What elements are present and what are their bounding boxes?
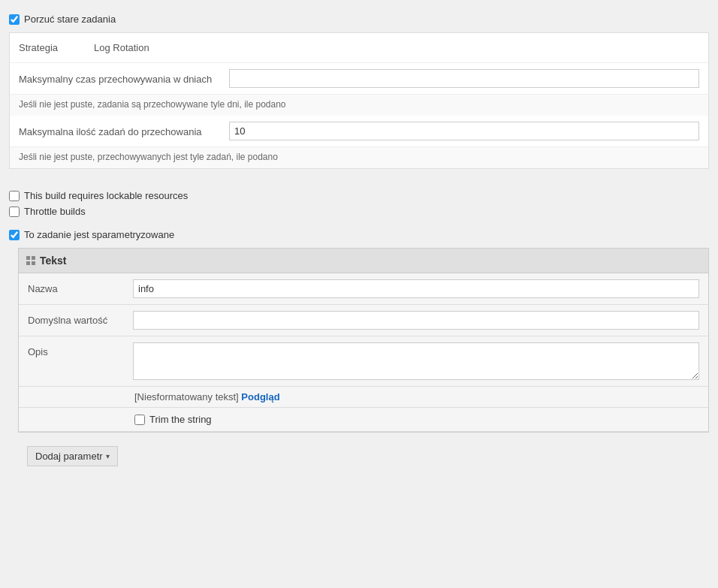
param-checkbox[interactable] <box>9 230 20 240</box>
strategy-value: Log Rotation <box>94 39 699 56</box>
lockable-resources-checkbox[interactable] <box>9 191 20 201</box>
chevron-down-icon: ▾ <box>106 452 110 460</box>
podglad-link[interactable]: Podgląd <box>241 391 279 403</box>
tekst-header: Tekst <box>19 249 708 273</box>
add-param-row: Dodaj parametr ▾ <box>18 439 709 474</box>
param-label: To zadanie jest sparametryzowane <box>24 229 174 240</box>
tekst-card: Tekst Nazwa Domyślna wartość Opis <box>18 248 709 433</box>
max-tasks-input[interactable] <box>229 122 699 140</box>
strategy-row: Strategia Log Rotation <box>10 33 708 63</box>
throttle-builds-row: Throttle builds <box>9 206 709 217</box>
preview-row: [Niesformatowany tekst] Podgląd <box>19 387 708 408</box>
discard-old-builds-row: Porzuć stare zadania <box>9 14 709 25</box>
trim-checkbox[interactable] <box>134 415 145 425</box>
tekst-drag-icon <box>26 256 35 265</box>
tekst-header-title: Tekst <box>40 255 67 267</box>
strategy-section: Strategia Log Rotation Maksymalny czas p… <box>9 32 709 169</box>
opis-row: Opis <box>19 336 708 387</box>
max-days-input[interactable] <box>229 69 699 88</box>
add-param-button-label: Dodaj parametr <box>35 451 103 462</box>
default-value-label: Domyślna wartość <box>28 311 133 326</box>
max-tasks-hint: Jeśli nie jest puste, przechowywanych je… <box>10 147 708 168</box>
strategy-content: Log Rotation <box>94 39 699 56</box>
default-value-row: Domyślna wartość <box>19 305 708 336</box>
max-tasks-row: Maksymalna ilość zadań do przechowania <box>10 116 708 147</box>
nazwa-input[interactable] <box>133 279 699 298</box>
default-value-input[interactable] <box>133 311 699 330</box>
page-container: Porzuć stare zadania Strategia Log Rotat… <box>0 0 718 588</box>
throttle-builds-checkbox[interactable] <box>9 207 20 217</box>
add-param-button[interactable]: Dodaj parametr ▾ <box>27 446 118 466</box>
max-days-hint: Jeśli nie jest puste, zadania są przecho… <box>10 95 708 116</box>
lockable-resources-row: This build requires lockable resources <box>9 190 709 201</box>
discard-old-builds-checkbox[interactable] <box>9 14 20 25</box>
param-checkbox-row: To zadanie jest sparametryzowane <box>9 229 709 240</box>
tekst-body: Nazwa Domyślna wartość Opis [Niesformato… <box>19 273 708 432</box>
nazwa-row: Nazwa <box>19 273 708 305</box>
niesformatowany-tekst-label: [Niesformatowany tekst] <box>134 391 239 403</box>
max-days-row: Maksymalny czas przechowywania w dniach <box>10 63 708 95</box>
discard-old-builds-label: Porzuć stare zadania <box>24 14 116 25</box>
opis-textarea[interactable] <box>133 342 699 380</box>
lockable-resources-label: This build requires lockable resources <box>24 190 188 201</box>
opis-label: Opis <box>28 342 133 357</box>
param-section: To zadanie jest sparametryzowane Tekst N… <box>0 229 718 481</box>
trim-label: Trim the string <box>149 414 212 425</box>
max-days-label: Maksymalny czas przechowywania w dniach <box>19 69 229 85</box>
trim-row: Trim the string <box>19 408 708 432</box>
nazwa-label: Nazwa <box>28 279 133 294</box>
throttle-builds-label: Throttle builds <box>24 206 86 217</box>
strategy-label: Strategia <box>19 39 94 53</box>
max-tasks-label: Maksymalna ilość zadań do przechowania <box>19 122 229 137</box>
top-section: Porzuć stare zadania Strategia Log Rotat… <box>0 8 718 182</box>
middle-section: This build requires lockable resources T… <box>0 182 718 229</box>
